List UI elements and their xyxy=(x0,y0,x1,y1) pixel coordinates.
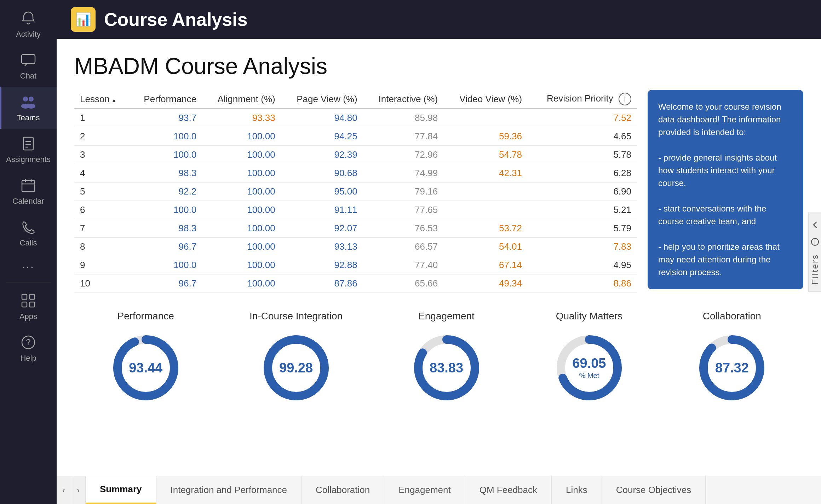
tab-next-btn[interactable]: › xyxy=(71,476,86,504)
sidebar-item-calls[interactable]: Calls xyxy=(0,212,57,254)
cell-videoview xyxy=(443,183,528,201)
tab-courseobjectives[interactable]: Course Objectives xyxy=(602,476,706,504)
info-box-text: Welcome to your course revision data das… xyxy=(658,102,781,277)
cell-videoview: 53.72 xyxy=(443,219,528,238)
cell-interactive: 66.57 xyxy=(363,238,443,256)
donut-value-qualitymatters: 69.05 xyxy=(572,356,606,371)
cell-alignment: 100.00 xyxy=(202,219,281,238)
info-box: Welcome to your course revision data das… xyxy=(648,90,803,289)
col-alignment[interactable]: Alignment (%) xyxy=(202,90,281,109)
bottom-tabs: ‹ › SummaryIntegration and PerformanceCo… xyxy=(57,476,821,504)
cell-interactive: 76.53 xyxy=(363,219,443,238)
donut-engagement: 83.83 xyxy=(408,329,486,407)
cell-lesson: 10 xyxy=(74,274,129,293)
chat-icon xyxy=(20,52,37,69)
col-revision[interactable]: Revision Priority i xyxy=(528,90,637,109)
cell-videoview: 54.78 xyxy=(443,146,528,164)
donut-collaboration: 87.32 xyxy=(693,329,771,407)
col-lesson[interactable]: Lesson xyxy=(74,90,129,109)
cell-performance: 92.2 xyxy=(129,183,202,201)
cell-interactive: 74.99 xyxy=(363,164,443,183)
cell-alignment: 100.00 xyxy=(202,238,281,256)
cell-alignment: 100.00 xyxy=(202,201,281,219)
chart-performance: Performance 93.44 xyxy=(107,311,185,407)
sidebar-item-teams[interactable]: Teams xyxy=(0,87,57,129)
donut-performance: 93.44 xyxy=(107,329,185,407)
donut-sub-qualitymatters: % Met xyxy=(572,372,606,380)
cell-interactive: 77.84 xyxy=(363,127,443,146)
cell-performance: 100.0 xyxy=(129,256,202,274)
more-options[interactable]: ··· xyxy=(18,254,38,280)
filters-panel[interactable]: Filters xyxy=(808,212,821,291)
tab-links[interactable]: Links xyxy=(552,476,602,504)
sound-icon xyxy=(810,237,820,247)
donut-value-integration: 99.28 xyxy=(279,360,313,376)
cell-interactive: 65.66 xyxy=(363,274,443,293)
cell-videoview: 49.34 xyxy=(443,274,528,293)
table-row: 8 96.7 100.00 93.13 66.57 54.01 7.83 xyxy=(74,238,637,256)
table-row: 9 100.0 100.00 92.88 77.40 67.14 4.95 xyxy=(74,256,637,274)
cell-pageview: 90.68 xyxy=(281,164,363,183)
main-area: 📊 Course Analysis MBADM Course Analysis … xyxy=(57,0,821,504)
svg-rect-13 xyxy=(22,294,27,299)
cell-lesson: 4 xyxy=(74,164,129,183)
tab-collaboration[interactable]: Collaboration xyxy=(302,476,384,504)
col-performance[interactable]: Performance xyxy=(129,90,202,109)
chart-title-performance: Performance xyxy=(117,311,174,322)
info-icon[interactable]: i xyxy=(619,93,631,105)
help-icon: ? xyxy=(20,334,37,351)
calendar-icon xyxy=(20,177,37,194)
cell-videoview: 42.31 xyxy=(443,164,528,183)
sidebar-item-apps[interactable]: Apps xyxy=(0,286,57,328)
sidebar-divider xyxy=(6,283,51,283)
cell-pageview: 95.00 xyxy=(281,183,363,201)
tab-engagement[interactable]: Engagement xyxy=(384,476,465,504)
sidebar: Activity Chat Teams Assignments xyxy=(0,0,57,504)
sidebar-item-activity-label: Activity xyxy=(16,30,41,39)
tab-prev-btn[interactable]: ‹ xyxy=(57,476,71,504)
donut-value-performance: 93.44 xyxy=(129,360,162,376)
app-title: Course Analysis xyxy=(104,9,248,30)
sidebar-item-help[interactable]: ? Help xyxy=(0,328,57,369)
cell-alignment: 100.00 xyxy=(202,274,281,293)
data-table: Lesson Performance Alignment (%) Page Vi… xyxy=(74,90,637,293)
cell-alignment: 100.00 xyxy=(202,183,281,201)
cell-pageview: 94.80 xyxy=(281,109,363,127)
sidebar-item-calendar-label: Calendar xyxy=(12,197,44,206)
sidebar-item-assignments[interactable]: Assignments xyxy=(0,129,57,170)
cell-alignment: 100.00 xyxy=(202,164,281,183)
chart-qualitymatters: Quality Matters 69.05 % Met xyxy=(550,311,628,407)
tab-integration[interactable]: Integration and Performance xyxy=(156,476,302,504)
table-row: 10 96.7 100.00 87.86 65.66 49.34 8.86 xyxy=(74,274,637,293)
tab-qmfeedback[interactable]: QM Feedback xyxy=(465,476,552,504)
cell-revision: 7.83 xyxy=(528,238,637,256)
cell-interactive: 79.16 xyxy=(363,183,443,201)
sidebar-item-chat[interactable]: Chat xyxy=(0,45,57,87)
svg-point-1 xyxy=(23,97,28,102)
sidebar-item-activity[interactable]: Activity xyxy=(0,4,57,45)
phone-icon xyxy=(20,219,37,236)
sidebar-item-calendar[interactable]: Calendar xyxy=(0,170,57,212)
chart-title-engagement: Engagement xyxy=(418,311,475,322)
cell-performance: 100.0 xyxy=(129,201,202,219)
cell-performance: 100.0 xyxy=(129,127,202,146)
cell-performance: 98.3 xyxy=(129,164,202,183)
svg-rect-9 xyxy=(22,180,35,192)
cell-revision: 6.90 xyxy=(528,183,637,201)
donut-value-engagement: 83.83 xyxy=(430,360,463,376)
tab-summary[interactable]: Summary xyxy=(86,476,156,504)
chart-title-integration: In-Course Integration xyxy=(249,311,343,322)
cell-performance: 96.7 xyxy=(129,238,202,256)
col-interactive[interactable]: Interactive (%) xyxy=(363,90,443,109)
cell-alignment: 100.00 xyxy=(202,256,281,274)
cell-interactive: 77.40 xyxy=(363,256,443,274)
svg-rect-0 xyxy=(22,54,35,64)
cell-revision: 5.21 xyxy=(528,201,637,219)
chevron-left-icon xyxy=(810,220,820,230)
col-pageview[interactable]: Page View (%) xyxy=(281,90,363,109)
cell-performance: 100.0 xyxy=(129,146,202,164)
cell-lesson: 9 xyxy=(74,256,129,274)
cell-videoview: 54.01 xyxy=(443,238,528,256)
col-videoview[interactable]: Video View (%) xyxy=(443,90,528,109)
table-row: 6 100.0 100.00 91.11 77.65 5.21 xyxy=(74,201,637,219)
